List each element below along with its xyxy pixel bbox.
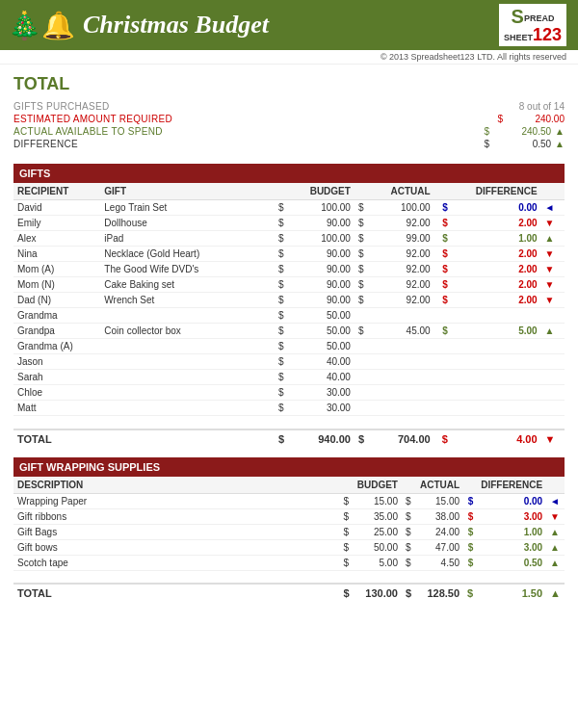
gift-cell: Coin collector box: [100, 324, 275, 339]
gift-cell: Cake Baking set: [100, 277, 275, 293]
budget-d-cell: $: [275, 308, 292, 324]
gifts-total-label: TOTAL: [13, 429, 275, 448]
recipient-cell: Jason: [13, 354, 100, 370]
wrapping-table: DESCRIPTION BUDGET ACTUAL DIFFERENCE Wra…: [13, 477, 565, 603]
w-actual-d-cell: $: [402, 524, 415, 539]
budget-cell: 50.00: [292, 324, 355, 339]
w-indicator-cell: ▲: [546, 555, 565, 570]
actual-d-cell: $: [355, 262, 372, 277]
wrapping-row: Gift Bags $ 25.00 $ 24.00 $ 1.00 ▲: [13, 524, 565, 539]
indicator-cell: ▼: [541, 277, 565, 293]
diff-d-cell: [434, 339, 452, 354]
w-budget-d-cell: $: [340, 539, 354, 555]
col-budget-d: [275, 183, 292, 200]
w-actual-cell: 15.00: [415, 493, 463, 508]
indicator-cell: [541, 385, 565, 401]
gift-cell: [100, 354, 275, 370]
desc-cell: Gift Bags: [13, 524, 340, 539]
w-budget-d-cell: $: [340, 493, 354, 508]
gifts-total-diff: 4.00: [452, 429, 541, 448]
desc-cell: Gift bows: [13, 539, 340, 555]
w-budget-d-cell: $: [340, 555, 354, 570]
actual-cell: 92.00: [372, 216, 434, 231]
actual-cell: 100.00: [372, 200, 434, 216]
budget-cell: 30.00: [292, 401, 355, 416]
gift-cell: Necklace (Gold Heart): [100, 247, 275, 262]
total-title: TOTAL: [13, 74, 565, 94]
budget-d-cell: $: [275, 385, 292, 401]
indicator-cell: ▼: [541, 216, 565, 231]
gifts-row: Grandma $ 50.00: [13, 308, 565, 324]
w-actual-cell: 24.00: [415, 524, 463, 539]
budget-d-cell: $: [275, 216, 292, 231]
diff-d-cell: [434, 370, 452, 385]
col-w-budget: BUDGET: [354, 477, 402, 494]
desc-cell: Gift ribbons: [13, 508, 340, 524]
gift-cell: [100, 385, 275, 401]
diff-d-cell: [434, 308, 452, 324]
w-diff-d-cell: $: [463, 508, 477, 524]
recipient-cell: Mom (A): [13, 262, 100, 277]
w-diff-cell: 3.00: [477, 508, 546, 524]
w-budget-cell: 15.00: [354, 493, 402, 508]
budget-cell: 50.00: [292, 339, 355, 354]
recipient-cell: Mom (N): [13, 277, 100, 293]
indicator-cell: [541, 339, 565, 354]
recipient-cell: Alex: [13, 231, 100, 247]
actual-indicator: ▲: [555, 126, 565, 137]
budget-cell: 90.00: [292, 277, 355, 293]
wrapping-total-budget-d: $: [340, 584, 354, 602]
col-w-actual-d: [402, 477, 415, 494]
app-title: Christmas Budget: [83, 11, 269, 39]
w-diff-cell: 3.00: [477, 539, 546, 555]
gift-cell: [100, 308, 275, 324]
wrapping-total-actual: 128.50: [415, 584, 463, 602]
diff-d-cell: [434, 401, 452, 416]
w-budget-cell: 50.00: [354, 539, 402, 555]
gifts-total-diff-d: $: [434, 429, 452, 448]
difference-value-group: $ 0.50 ▲: [478, 139, 565, 149]
wrapping-total-budget: 130.00: [354, 584, 402, 602]
budget-cell: 100.00: [292, 200, 355, 216]
diff-cell: [452, 401, 541, 416]
col-diff-d: [434, 183, 452, 200]
recipient-cell: Chloe: [13, 385, 100, 401]
diff-d-cell: $: [434, 324, 452, 339]
difference-indicator: ▲: [555, 139, 565, 149]
actual-d-cell: $: [355, 216, 372, 231]
desc-cell: Wrapping Paper: [13, 493, 340, 508]
actual-cell: [372, 308, 434, 324]
difference-label: DIFFERENCE: [13, 139, 78, 149]
budget-d-cell: $: [275, 200, 292, 216]
w-actual-cell: 4.50: [415, 555, 463, 570]
wrapping-total-indicator: ▲: [546, 584, 565, 602]
actual-cell: [372, 339, 434, 354]
w-actual-cell: 47.00: [415, 539, 463, 555]
actual-cell: 92.00: [372, 277, 434, 293]
wrapping-row: Scotch tape $ 5.00 $ 4.50 $ 0.50 ▲: [13, 555, 565, 570]
col-description: DESCRIPTION: [13, 477, 340, 494]
copyright: © 2013 Spreadsheet123 LTD. All rights re…: [0, 50, 578, 65]
indicator-cell: ▼: [541, 262, 565, 277]
w-indicator-cell: ▼: [546, 508, 565, 524]
col-w-ind: [546, 477, 565, 494]
w-indicator-cell: ◄: [546, 493, 565, 508]
budget-d-cell: $: [275, 324, 292, 339]
diff-d-cell: [434, 385, 452, 401]
w-budget-d-cell: $: [340, 524, 354, 539]
wrapping-section: GIFT WRAPPING SUPPLIES DESCRIPTION BUDGE…: [13, 457, 565, 603]
recipient-cell: Grandma: [13, 308, 100, 324]
gifts-row: Emily Dollhouse $ 90.00 $ 92.00 $ 2.00 ▼: [13, 216, 565, 231]
indicator-cell: [541, 308, 565, 324]
budget-d-cell: $: [275, 293, 292, 308]
diff-d-cell: $: [434, 277, 452, 293]
actual-d-cell: [355, 354, 372, 370]
w-indicator-cell: ▲: [546, 539, 565, 555]
w-diff-d-cell: $: [463, 493, 477, 508]
w-indicator-cell: ▲: [546, 524, 565, 539]
estimated-value-group: $ 240.00: [491, 114, 565, 124]
diff-cell: [452, 370, 541, 385]
actual-d-cell: $: [355, 231, 372, 247]
gift-cell: [100, 339, 275, 354]
col-actual-d: [355, 183, 372, 200]
